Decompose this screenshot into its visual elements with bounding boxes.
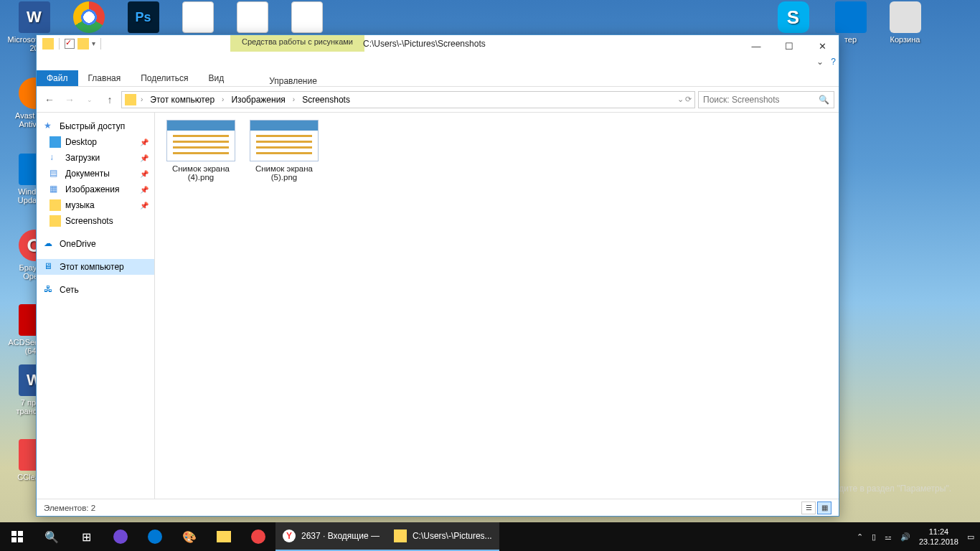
doc-thumb-2[interactable]	[225, 1, 279, 35]
clock[interactable]: 11:24 23.12.2018	[919, 527, 958, 547]
breadcrumb-segment[interactable]: Screenshots	[299, 93, 353, 106]
start-button[interactable]	[0, 522, 34, 551]
up-button[interactable]: ↑	[101, 91, 118, 108]
recycle-bin-icon[interactable]: Корзина	[878, 1, 932, 44]
search-icon[interactable]: 🔍	[819, 95, 829, 105]
task-view-button[interactable]: ⊞	[69, 522, 103, 551]
folder-icon	[394, 529, 407, 542]
windows-icon	[11, 531, 23, 542]
sidebar-item-screenshots[interactable]: Screenshots	[37, 213, 154, 229]
action-center-icon[interactable]: ▭	[967, 532, 974, 542]
maximize-button[interactable]: ☐	[773, 35, 806, 57]
search-input[interactable]	[703, 95, 819, 105]
chevron-right-icon[interactable]: ›	[291, 95, 296, 103]
icons-view-button[interactable]: ▦	[817, 501, 831, 514]
tab-file[interactable]: Файл	[37, 70, 78, 86]
wifi-icon[interactable]: ⚍	[885, 532, 892, 542]
pin-icon: 📌	[140, 154, 149, 162]
edge-button[interactable]	[138, 522, 172, 551]
volume-icon[interactable]: 🔊	[900, 532, 910, 542]
cortana-button[interactable]	[103, 522, 138, 551]
file-item[interactable]: Снимок экрана (5).png	[248, 120, 320, 182]
folder-icon	[50, 215, 61, 227]
network-icon: 🖧	[44, 284, 55, 296]
search-box[interactable]: 🔍	[698, 91, 834, 108]
opera-pinned-button[interactable]	[241, 522, 275, 551]
sidebar-item-desktop[interactable]: Desktop📌	[37, 134, 154, 150]
close-button[interactable]: ✕	[806, 35, 839, 57]
file-label: Снимок экрана (4).png	[165, 164, 237, 182]
doc-thumb-1[interactable]	[171, 1, 225, 35]
breadcrumb-segment[interactable]: Этот компьютер	[147, 93, 217, 106]
checkbox-icon[interactable]	[65, 39, 75, 49]
explorer-body: ★Быстрый доступ Desktop📌 ↓Загрузки📌 ▤Док…	[37, 113, 839, 499]
doc-thumb-3[interactable]	[280, 1, 334, 35]
svg-rect-0	[11, 531, 17, 536]
sidebar-quick-access[interactable]: ★Быстрый доступ	[37, 118, 154, 134]
address-dropdown[interactable]: ⌄	[677, 95, 684, 104]
paint-button[interactable]: 🎨	[172, 522, 207, 551]
ribbon-expand-button[interactable]: ⌄	[816, 57, 824, 67]
sidebar-item-downloads[interactable]: ↓Загрузки📌	[37, 150, 154, 166]
recent-dropdown[interactable]: ⌄	[81, 91, 98, 108]
svg-rect-2	[11, 537, 17, 542]
sidebar-item-documents[interactable]: ▤Документы📌	[37, 166, 154, 182]
forward-button[interactable]: →	[61, 91, 78, 108]
explorer-pinned-button[interactable]	[207, 522, 241, 551]
help-button[interactable]: ?	[831, 57, 836, 67]
taskbar: 🔍 ⊞ 🎨 Y 2637 · Входящие — C:\Users\-\Pic…	[0, 522, 980, 551]
file-item[interactable]: Снимок экрана (4).png	[165, 120, 237, 182]
ribbon-tabs: Файл Главная Поделиться Вид Управление	[37, 69, 839, 87]
app-icon	[19, 1, 50, 33]
explorer-window: ▾ Средства работы с рисунками C:\Users\-…	[36, 34, 839, 517]
chrome-icon[interactable]	[62, 1, 116, 35]
breadcrumb-segment[interactable]: Изображения	[228, 93, 288, 106]
tab-home[interactable]: Главная	[78, 70, 131, 86]
qat-dropdown[interactable]: ▾	[92, 39, 95, 47]
taskbar-app-yandex[interactable]: Y 2637 · Входящие —	[275, 522, 387, 551]
quick-access-toolbar: ▾	[37, 35, 109, 52]
pin-icon: 📌	[140, 170, 149, 178]
svg-rect-1	[18, 531, 23, 536]
battery-icon[interactable]: ▯	[872, 532, 876, 542]
icon-label: Корзина	[878, 35, 932, 44]
chevron-right-icon[interactable]: ›	[139, 95, 144, 103]
taskbar-app-explorer[interactable]: C:\Users\-\Pictures...	[387, 522, 499, 551]
tab-share[interactable]: Поделиться	[131, 70, 198, 86]
photoshop-icon[interactable]	[116, 1, 170, 35]
tab-view[interactable]: Вид	[198, 70, 234, 86]
chevron-right-icon[interactable]: ›	[220, 95, 225, 103]
task-label: 2637 · Входящие —	[301, 531, 380, 541]
tray-chevron-up-icon[interactable]: ⌃	[857, 532, 863, 542]
document-icon: ▤	[50, 168, 61, 179]
file-label: Снимок экрана (5).png	[248, 164, 320, 182]
task-label: C:\Users\-\Pictures...	[413, 531, 492, 541]
skype-icon[interactable]	[766, 1, 820, 35]
refresh-button[interactable]: ⟳	[685, 95, 692, 104]
back-button[interactable]: ←	[41, 91, 58, 108]
cloud-icon: ☁	[44, 238, 55, 250]
sidebar-network[interactable]: 🖧Сеть	[37, 282, 154, 298]
minimize-button[interactable]: —	[740, 35, 773, 57]
app-icon	[778, 1, 809, 33]
address-bar[interactable]: › Этот компьютер › Изображения › Screens…	[121, 91, 695, 108]
tab-manage[interactable]: Управление	[230, 76, 356, 86]
thumbnail	[250, 120, 319, 161]
app-icon	[73, 1, 105, 33]
thumbnail	[166, 120, 235, 161]
folder-icon	[42, 38, 54, 50]
file-content-area[interactable]: Снимок экрана (4).png Снимок экрана (5).…	[155, 113, 839, 499]
contextual-tab-label: Средства работы с рисунками	[230, 35, 364, 52]
sidebar-this-pc[interactable]: 🖥Этот компьютер	[37, 259, 154, 275]
search-button[interactable]: 🔍	[34, 522, 69, 551]
sidebar-item-music[interactable]: музыка📌	[37, 197, 154, 213]
sidebar-item-pictures[interactable]: ▦Изображения📌	[37, 182, 154, 197]
separator	[59, 38, 60, 50]
details-view-button[interactable]: ☰	[801, 501, 816, 514]
navigation-pane: ★Быстрый доступ Desktop📌 ↓Загрузки📌 ▤Док…	[37, 113, 155, 499]
sidebar-onedrive[interactable]: ☁OneDrive	[37, 236, 154, 252]
window-title: C:\Users\-\Pictures\Screenshots	[363, 39, 486, 49]
separator	[100, 38, 101, 50]
status-text: Элементов: 2	[44, 504, 95, 512]
window-controls: — ☐ ✕	[740, 35, 839, 57]
